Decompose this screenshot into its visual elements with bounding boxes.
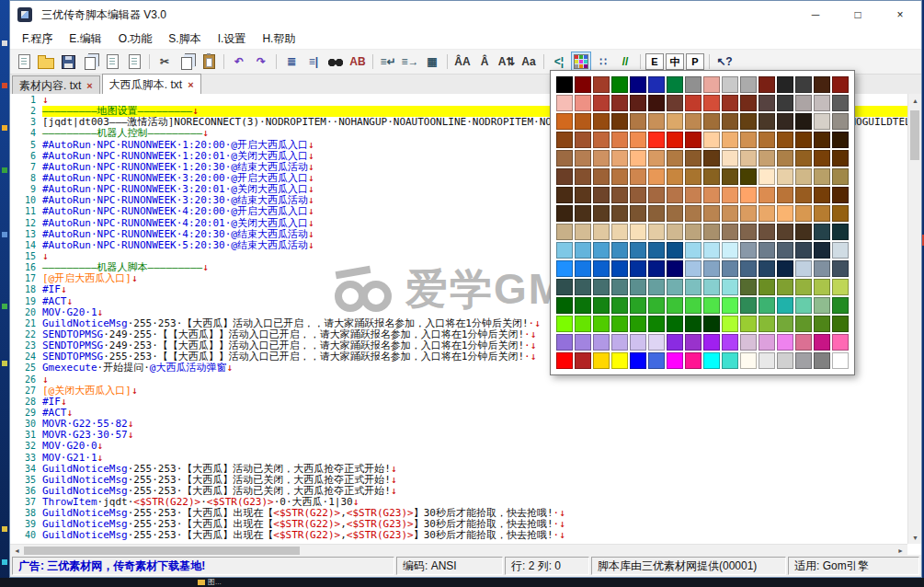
palette-color-207[interactable] <box>832 297 849 314</box>
palette-color-195[interactable] <box>611 297 628 314</box>
palette-color-213[interactable] <box>648 316 665 332</box>
palette-color-48[interactable] <box>556 132 573 148</box>
palette-color-220[interactable] <box>777 316 793 332</box>
encoding-e-button[interactable]: E <box>645 53 664 70</box>
line-settings-icon[interactable]: ≡| <box>303 52 324 72</box>
palette-color-248[interactable] <box>703 352 720 369</box>
palette-color-71[interactable] <box>685 150 702 167</box>
line-number[interactable]: 9 <box>10 184 42 195</box>
palette-color-100[interactable] <box>630 187 646 203</box>
palette-color-102[interactable] <box>667 187 683 203</box>
palette-color-147[interactable] <box>611 242 628 259</box>
palette-color-141[interactable] <box>795 224 812 240</box>
palette-color-199[interactable] <box>685 297 702 314</box>
palette-color-161[interactable] <box>575 260 591 277</box>
palette-color-140[interactable] <box>777 224 793 240</box>
line-number[interactable]: 4 <box>10 128 42 139</box>
palette-color-78[interactable] <box>814 150 830 167</box>
palette-color-198[interactable] <box>667 297 683 314</box>
palette-color-97[interactable] <box>575 187 591 203</box>
palette-color-254[interactable] <box>814 352 830 369</box>
line-text[interactable]: #IF↓ <box>42 397 907 408</box>
palette-color-159[interactable] <box>832 242 849 259</box>
palette-color-192[interactable] <box>556 297 573 314</box>
palette-color-187[interactable] <box>759 279 775 295</box>
line-number[interactable]: 19 <box>10 296 42 307</box>
encoding-p-button[interactable]: P <box>686 53 704 70</box>
palette-color-150[interactable] <box>667 242 683 259</box>
palette-color-144[interactable] <box>556 242 573 259</box>
open-file-icon[interactable] <box>36 52 56 72</box>
line-number[interactable]: 22 <box>10 329 42 340</box>
palette-color-233[interactable] <box>722 334 738 351</box>
palette-color-70[interactable] <box>667 150 683 167</box>
scroll-up-icon[interactable]: ▲ <box>908 94 922 107</box>
palette-color-184[interactable] <box>703 279 720 295</box>
palette-color-91[interactable] <box>759 168 775 185</box>
palette-color-37[interactable] <box>648 113 665 130</box>
palette-color-108[interactable] <box>777 187 793 203</box>
palette-color-112[interactable] <box>556 205 573 222</box>
palette-color-197[interactable] <box>648 297 665 314</box>
palette-color-47[interactable] <box>832 113 849 130</box>
palette-color-138[interactable] <box>740 224 757 240</box>
palette-color-46[interactable] <box>814 113 830 130</box>
palette-color-214[interactable] <box>667 316 683 332</box>
code-line-28[interactable]: 28#IF↓ <box>10 397 907 408</box>
line-number[interactable]: 5 <box>10 140 42 151</box>
palette-color-10[interactable] <box>740 76 757 93</box>
palette-color-69[interactable] <box>648 150 665 167</box>
palette-color-188[interactable] <box>777 279 793 295</box>
palette-color-175[interactable] <box>832 260 849 277</box>
palette-color-228[interactable] <box>630 334 646 351</box>
palette-color-125[interactable] <box>795 205 812 222</box>
palette-color-232[interactable] <box>703 334 720 351</box>
align-dots-icon[interactable]: ∷ <box>593 52 613 72</box>
palette-color-72[interactable] <box>703 150 720 167</box>
palette-color-85[interactable] <box>648 168 665 185</box>
palette-color-142[interactable] <box>814 224 830 240</box>
palette-color-6[interactable] <box>667 76 683 93</box>
cut-icon[interactable]: ✂ <box>154 52 175 72</box>
paste-icon[interactable] <box>199 52 219 72</box>
palette-color-28[interactable] <box>777 95 793 111</box>
palette-color-105[interactable] <box>722 187 738 203</box>
palette-color-205[interactable] <box>795 297 812 314</box>
palette-color-204[interactable] <box>777 297 793 314</box>
palette-color-253[interactable] <box>795 352 812 369</box>
palette-color-165[interactable] <box>648 260 665 277</box>
palette-color-183[interactable] <box>685 279 702 295</box>
palette-color-226[interactable] <box>593 334 610 351</box>
palette-color-18[interactable] <box>593 95 610 111</box>
palette-color-249[interactable] <box>722 352 738 369</box>
palette-color-95[interactable] <box>832 168 849 185</box>
horizontal-scroll-thumb[interactable] <box>24 547 300 555</box>
tab-close-icon[interactable]: × <box>86 80 92 91</box>
palette-color-160[interactable] <box>556 260 573 277</box>
menu-help[interactable]: H.帮助 <box>254 29 303 49</box>
line-number[interactable]: 15 <box>10 251 42 262</box>
line-number[interactable]: 2 <box>10 106 42 117</box>
palette-color-234[interactable] <box>740 334 757 351</box>
palette-color-4[interactable] <box>630 76 646 93</box>
line-number[interactable]: 3 <box>10 117 42 128</box>
palette-color-221[interactable] <box>795 316 812 332</box>
menu-function[interactable]: O.功能 <box>110 29 161 49</box>
palette-color-50[interactable] <box>593 132 610 148</box>
palette-color-173[interactable] <box>795 260 812 277</box>
context-help-icon[interactable]: ↖? <box>714 52 735 72</box>
find-replace-icon[interactable]: AB <box>348 52 368 72</box>
palette-color-255[interactable] <box>832 352 849 369</box>
palette-color-189[interactable] <box>795 279 812 295</box>
line-number[interactable]: 34 <box>10 464 42 475</box>
palette-color-99[interactable] <box>611 187 628 203</box>
palette-color-64[interactable] <box>556 150 573 167</box>
find-icon[interactable] <box>325 52 346 72</box>
palette-color-53[interactable] <box>648 132 665 148</box>
palette-color-118[interactable] <box>667 205 683 222</box>
palette-color-177[interactable] <box>575 279 591 295</box>
comment-icon[interactable]: // <box>615 52 635 72</box>
palette-color-246[interactable] <box>667 352 683 369</box>
palette-color-245[interactable] <box>648 352 665 369</box>
line-number[interactable]: 33 <box>10 453 42 464</box>
